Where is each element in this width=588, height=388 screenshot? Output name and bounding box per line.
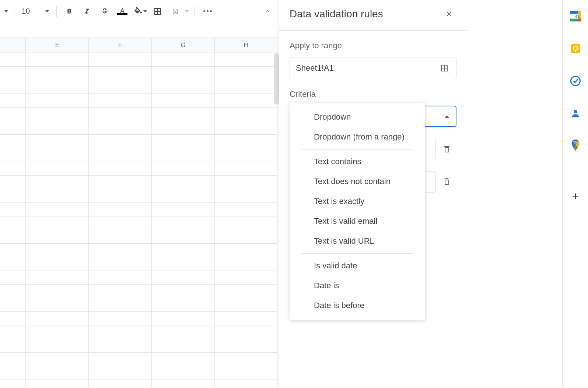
grid-cell[interactable] xyxy=(215,230,277,244)
grid-cell[interactable] xyxy=(152,339,215,353)
grid-cell[interactable] xyxy=(89,312,152,325)
grid-cell[interactable] xyxy=(215,53,277,67)
grid-cell[interactable] xyxy=(89,135,152,148)
grid-cell[interactable] xyxy=(0,135,26,148)
keep-app-button[interactable] xyxy=(568,41,583,56)
grid-cell[interactable] xyxy=(89,216,152,230)
grid-cell[interactable] xyxy=(152,244,215,257)
grid-cell[interactable] xyxy=(0,189,26,203)
grid-cell[interactable] xyxy=(0,80,26,94)
grid-cell[interactable] xyxy=(215,312,277,325)
grid-cell[interactable] xyxy=(26,353,89,366)
grid-cell[interactable] xyxy=(26,271,89,285)
grid-cell[interactable] xyxy=(89,230,152,244)
grid-cell[interactable] xyxy=(215,135,277,148)
italic-button[interactable] xyxy=(79,3,95,20)
grid-cell[interactable] xyxy=(89,298,152,312)
grid-cell[interactable] xyxy=(152,135,215,148)
grid-cell[interactable] xyxy=(0,353,26,366)
toolbar-leading-dropdown[interactable] xyxy=(3,8,10,15)
grid-cell[interactable] xyxy=(215,325,277,339)
grid-cell[interactable] xyxy=(0,230,26,244)
criteria-option[interactable]: Text contains xyxy=(290,152,425,172)
tasks-app-button[interactable] xyxy=(568,74,583,88)
grid-cell[interactable] xyxy=(215,67,277,80)
grid-cell[interactable] xyxy=(0,271,26,285)
grid-cell[interactable] xyxy=(89,107,152,121)
grid-cell[interactable] xyxy=(152,325,215,339)
merge-cells-button[interactable] xyxy=(167,3,183,20)
grid-cell[interactable] xyxy=(26,189,89,203)
grid-cell[interactable] xyxy=(0,380,26,388)
grid-cell[interactable] xyxy=(215,285,277,298)
grid-cell[interactable] xyxy=(89,353,152,366)
grid-cell[interactable] xyxy=(89,67,152,80)
grid-cell[interactable] xyxy=(152,366,215,380)
grid-cell[interactable] xyxy=(89,257,152,271)
grid-cell[interactable] xyxy=(0,298,26,312)
grid-cell[interactable] xyxy=(152,80,215,94)
grid-cell[interactable] xyxy=(0,203,26,216)
column-header[interactable]: H xyxy=(215,38,277,53)
grid-cell[interactable] xyxy=(89,244,152,257)
grid-cell[interactable] xyxy=(215,366,277,380)
close-panel-button[interactable] xyxy=(442,7,456,21)
grid-cell[interactable] xyxy=(215,353,277,366)
grid-cell[interactable] xyxy=(26,94,89,107)
grid-cell[interactable] xyxy=(152,67,215,80)
grid-cell[interactable] xyxy=(89,53,152,67)
option-value-field[interactable] xyxy=(426,171,436,193)
grid-cell[interactable] xyxy=(26,257,89,271)
grid-cell[interactable] xyxy=(152,285,215,298)
criteria-option[interactable]: Text is valid URL xyxy=(290,231,425,251)
more-toolbar-button[interactable] xyxy=(199,3,216,20)
grid-cell[interactable] xyxy=(26,53,89,67)
grid-cell[interactable] xyxy=(215,380,277,388)
grid-cell[interactable] xyxy=(0,339,26,353)
grid-cell[interactable] xyxy=(89,325,152,339)
grid-cell[interactable] xyxy=(152,162,215,176)
grid-cell[interactable] xyxy=(152,257,215,271)
grid-cell[interactable] xyxy=(0,257,26,271)
calendar-app-button[interactable]: 31 xyxy=(568,9,583,24)
grid-cell[interactable] xyxy=(152,94,215,107)
grid-cell[interactable] xyxy=(26,176,89,189)
grid-cell[interactable] xyxy=(26,298,89,312)
borders-button[interactable] xyxy=(150,3,166,20)
grid-cell[interactable] xyxy=(89,271,152,285)
grid-cell[interactable] xyxy=(0,148,26,162)
grid-cell[interactable] xyxy=(215,80,277,94)
grid-cell[interactable] xyxy=(26,80,89,94)
criteria-option[interactable]: Date is before xyxy=(290,296,425,315)
grid-cell[interactable] xyxy=(152,271,215,285)
grid-cell[interactable] xyxy=(26,107,89,121)
criteria-option[interactable]: Text is exactly xyxy=(290,191,425,211)
grid-cell[interactable] xyxy=(152,230,215,244)
grid-cell[interactable] xyxy=(215,244,277,257)
grid-cell[interactable] xyxy=(26,325,89,339)
grid-cell[interactable] xyxy=(89,339,152,353)
grid-cell[interactable] xyxy=(215,257,277,271)
grid-cell[interactable] xyxy=(26,121,89,135)
maps-app-button[interactable] xyxy=(568,138,583,153)
spreadsheet-grid[interactable]: EFGH xyxy=(0,38,279,388)
grid-cell[interactable] xyxy=(89,148,152,162)
add-companion-button[interactable] xyxy=(568,189,583,204)
grid-cell[interactable] xyxy=(0,366,26,380)
grid-cell[interactable] xyxy=(0,216,26,230)
grid-cell[interactable] xyxy=(215,148,277,162)
criteria-option[interactable]: Text is valid email xyxy=(290,211,425,231)
grid-cell[interactable] xyxy=(215,107,277,121)
grid-cell[interactable] xyxy=(26,380,89,388)
grid-cell[interactable] xyxy=(26,148,89,162)
vertical-scrollbar[interactable] xyxy=(274,53,279,105)
delete-option-button[interactable] xyxy=(437,172,456,191)
grid-cell[interactable] xyxy=(0,67,26,80)
collapse-toolbar-button[interactable] xyxy=(259,3,276,19)
grid-cell[interactable] xyxy=(152,216,215,230)
grid-cell[interactable] xyxy=(215,216,277,230)
column-header[interactable]: E xyxy=(26,38,89,53)
grid-cell[interactable] xyxy=(89,121,152,135)
column-header[interactable]: G xyxy=(152,38,215,53)
font-size-selector[interactable]: 10 xyxy=(19,6,52,17)
